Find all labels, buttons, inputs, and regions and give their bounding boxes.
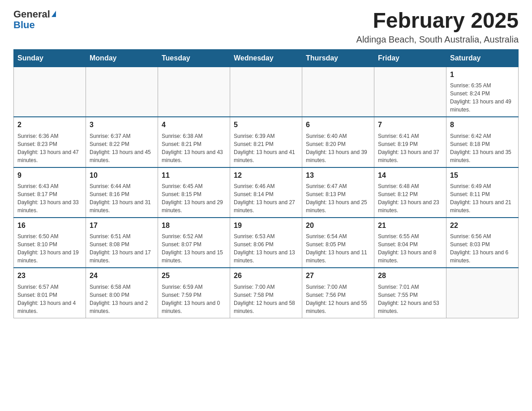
day-info: Sunrise: 6:55 AM Sunset: 8:04 PM Dayligh… [378, 232, 442, 265]
day-info: Sunrise: 6:39 AM Sunset: 8:21 PM Dayligh… [234, 132, 298, 164]
table-row: 27Sunrise: 7:00 AM Sunset: 7:56 PM Dayli… [302, 268, 374, 318]
table-row: 16Sunrise: 6:50 AM Sunset: 8:10 PM Dayli… [14, 218, 86, 268]
day-info: Sunrise: 6:49 AM Sunset: 8:11 PM Dayligh… [450, 182, 515, 214]
calendar-title: February 2025 [356, 9, 519, 33]
day-number: 26 [234, 271, 298, 281]
logo-blue-text: Blue [13, 20, 56, 30]
day-info: Sunrise: 6:47 AM Sunset: 8:13 PM Dayligh… [306, 182, 370, 214]
day-number: 8 [450, 120, 515, 130]
day-number: 28 [378, 271, 442, 281]
day-info: Sunrise: 7:00 AM Sunset: 7:56 PM Dayligh… [306, 283, 370, 315]
day-info: Sunrise: 6:43 AM Sunset: 8:17 PM Dayligh… [17, 182, 82, 214]
table-row: 4Sunrise: 6:38 AM Sunset: 8:21 PM Daylig… [158, 117, 230, 167]
day-number: 27 [306, 271, 370, 281]
day-number: 1 [450, 70, 515, 80]
table-row: 2Sunrise: 6:36 AM Sunset: 8:23 PM Daylig… [14, 117, 86, 167]
header-thursday: Thursday [302, 49, 374, 67]
table-row: 23Sunrise: 6:57 AM Sunset: 8:01 PM Dayli… [14, 268, 86, 318]
calendar-week-row: 9Sunrise: 6:43 AM Sunset: 8:17 PM Daylig… [14, 167, 519, 218]
table-row: 19Sunrise: 6:53 AM Sunset: 8:06 PM Dayli… [230, 218, 302, 268]
day-info: Sunrise: 7:01 AM Sunset: 7:55 PM Dayligh… [378, 283, 442, 315]
day-info: Sunrise: 6:37 AM Sunset: 8:22 PM Dayligh… [90, 132, 154, 164]
table-row [446, 268, 519, 318]
table-row: 10Sunrise: 6:44 AM Sunset: 8:16 PM Dayli… [86, 167, 158, 218]
page-header: General Blue February 2025 Aldinga Beach… [13, 9, 519, 45]
day-info: Sunrise: 6:51 AM Sunset: 8:08 PM Dayligh… [90, 232, 154, 265]
table-row [158, 67, 230, 117]
calendar-subtitle: Aldinga Beach, South Australia, Australi… [356, 34, 519, 45]
day-number: 12 [234, 171, 298, 180]
day-info: Sunrise: 6:54 AM Sunset: 8:05 PM Dayligh… [306, 232, 370, 265]
calendar-header-row: Sunday Monday Tuesday Wednesday Thursday… [14, 49, 519, 67]
logo: General Blue [13, 9, 56, 30]
table-row [14, 67, 86, 117]
table-row: 22Sunrise: 6:56 AM Sunset: 8:03 PM Dayli… [446, 218, 519, 268]
calendar-table: Sunday Monday Tuesday Wednesday Thursday… [13, 49, 519, 318]
table-row: 18Sunrise: 6:52 AM Sunset: 8:07 PM Dayli… [158, 218, 230, 268]
header-sunday: Sunday [14, 49, 86, 67]
day-number: 13 [306, 171, 370, 180]
day-number: 3 [90, 120, 154, 130]
table-row: 12Sunrise: 6:46 AM Sunset: 8:14 PM Dayli… [230, 167, 302, 218]
day-number: 9 [17, 171, 82, 180]
table-row: 6Sunrise: 6:40 AM Sunset: 8:20 PM Daylig… [302, 117, 374, 167]
day-number: 2 [17, 120, 82, 130]
day-number: 11 [162, 171, 226, 180]
table-row: 9Sunrise: 6:43 AM Sunset: 8:17 PM Daylig… [14, 167, 86, 218]
day-number: 17 [90, 221, 154, 231]
table-row: 8Sunrise: 6:42 AM Sunset: 8:18 PM Daylig… [446, 117, 519, 167]
day-info: Sunrise: 6:50 AM Sunset: 8:10 PM Dayligh… [17, 232, 82, 265]
table-row: 20Sunrise: 6:54 AM Sunset: 8:05 PM Dayli… [302, 218, 374, 268]
table-row: 21Sunrise: 6:55 AM Sunset: 8:04 PM Dayli… [374, 218, 446, 268]
calendar-week-row: 1Sunrise: 6:35 AM Sunset: 8:24 PM Daylig… [14, 67, 519, 117]
day-info: Sunrise: 6:38 AM Sunset: 8:21 PM Dayligh… [162, 132, 226, 164]
day-number: 6 [306, 120, 370, 130]
day-number: 24 [90, 271, 154, 281]
header-saturday: Saturday [446, 49, 519, 67]
day-number: 10 [90, 171, 154, 180]
table-row [86, 67, 158, 117]
day-number: 19 [234, 221, 298, 231]
day-info: Sunrise: 6:44 AM Sunset: 8:16 PM Dayligh… [90, 182, 154, 214]
day-number: 7 [378, 120, 442, 130]
day-info: Sunrise: 6:41 AM Sunset: 8:19 PM Dayligh… [378, 132, 442, 164]
day-number: 18 [162, 221, 226, 231]
day-number: 16 [17, 221, 82, 231]
table-row [302, 67, 374, 117]
calendar-week-row: 16Sunrise: 6:50 AM Sunset: 8:10 PM Dayli… [14, 218, 519, 268]
day-info: Sunrise: 6:53 AM Sunset: 8:06 PM Dayligh… [234, 232, 298, 265]
table-row: 14Sunrise: 6:48 AM Sunset: 8:12 PM Dayli… [374, 167, 446, 218]
day-info: Sunrise: 6:35 AM Sunset: 8:24 PM Dayligh… [450, 81, 515, 114]
day-info: Sunrise: 6:46 AM Sunset: 8:14 PM Dayligh… [234, 182, 298, 214]
table-row [230, 67, 302, 117]
day-number: 20 [306, 221, 370, 231]
title-section: February 2025 Aldinga Beach, South Austr… [356, 9, 519, 45]
table-row: 26Sunrise: 7:00 AM Sunset: 7:58 PM Dayli… [230, 268, 302, 318]
header-tuesday: Tuesday [158, 49, 230, 67]
day-info: Sunrise: 6:58 AM Sunset: 8:00 PM Dayligh… [90, 283, 154, 315]
day-info: Sunrise: 6:52 AM Sunset: 8:07 PM Dayligh… [162, 232, 226, 265]
header-friday: Friday [374, 49, 446, 67]
day-number: 14 [378, 171, 442, 180]
day-info: Sunrise: 6:48 AM Sunset: 8:12 PM Dayligh… [378, 182, 442, 214]
header-wednesday: Wednesday [230, 49, 302, 67]
day-number: 4 [162, 120, 226, 130]
table-row: 13Sunrise: 6:47 AM Sunset: 8:13 PM Dayli… [302, 167, 374, 218]
table-row: 17Sunrise: 6:51 AM Sunset: 8:08 PM Dayli… [86, 218, 158, 268]
calendar-week-row: 2Sunrise: 6:36 AM Sunset: 8:23 PM Daylig… [14, 117, 519, 167]
day-info: Sunrise: 6:42 AM Sunset: 8:18 PM Dayligh… [450, 132, 515, 164]
header-monday: Monday [86, 49, 158, 67]
day-info: Sunrise: 6:40 AM Sunset: 8:20 PM Dayligh… [306, 132, 370, 164]
day-info: Sunrise: 6:36 AM Sunset: 8:23 PM Dayligh… [17, 132, 82, 164]
logo-triangle-icon [51, 11, 56, 17]
table-row: 24Sunrise: 6:58 AM Sunset: 8:00 PM Dayli… [86, 268, 158, 318]
table-row: 3Sunrise: 6:37 AM Sunset: 8:22 PM Daylig… [86, 117, 158, 167]
day-number: 21 [378, 221, 442, 231]
table-row: 7Sunrise: 6:41 AM Sunset: 8:19 PM Daylig… [374, 117, 446, 167]
table-row: 15Sunrise: 6:49 AM Sunset: 8:11 PM Dayli… [446, 167, 519, 218]
table-row: 25Sunrise: 6:59 AM Sunset: 7:59 PM Dayli… [158, 268, 230, 318]
calendar-week-row: 23Sunrise: 6:57 AM Sunset: 8:01 PM Dayli… [14, 268, 519, 318]
day-info: Sunrise: 6:45 AM Sunset: 8:15 PM Dayligh… [162, 182, 226, 214]
table-row: 28Sunrise: 7:01 AM Sunset: 7:55 PM Dayli… [374, 268, 446, 318]
day-info: Sunrise: 7:00 AM Sunset: 7:58 PM Dayligh… [234, 283, 298, 315]
